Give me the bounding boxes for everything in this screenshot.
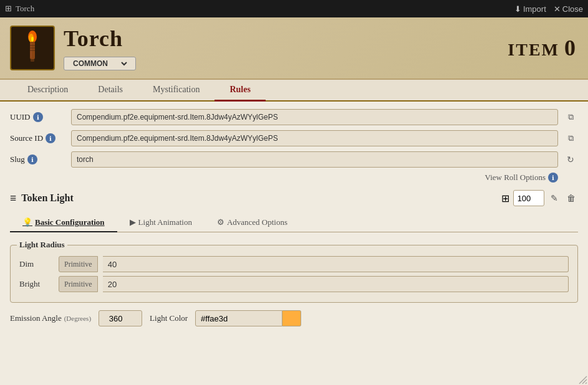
view-roll-options-link[interactable]: View Roll Options: [485, 173, 546, 183]
sub-tab-bar: 💡 Basic Configuration ▶ Light Animation …: [10, 214, 578, 232]
edit-icon: ✎: [551, 193, 558, 203]
item-sheet: Torch COMMONUNCOMMONRAREUNIQUE Item 0 De…: [0, 17, 588, 385]
light-color-label: Light Color: [150, 313, 188, 323]
bright-row: Bright Primitive: [19, 276, 569, 292]
titlebar-actions: ⬇ Import ✕ Close: [514, 4, 583, 14]
titlebar-title: Torch: [16, 4, 34, 14]
item-level: 0: [564, 35, 576, 61]
token-light-edit-button[interactable]: ✎: [548, 192, 561, 204]
hamburger-icon: ≡: [10, 192, 16, 205]
svg-point-2: [31, 37, 34, 42]
svg-line-11: [586, 383, 587, 384]
token-light-title: ≡ Token Light: [10, 192, 74, 205]
slug-input[interactable]: [71, 151, 558, 168]
dim-primitive-badge: Primitive: [59, 256, 98, 272]
uuid-copy-button[interactable]: ⧉: [563, 110, 578, 125]
source-id-copy-button[interactable]: ⧉: [563, 131, 578, 146]
titlebar-left: ⊞ Torch: [5, 4, 34, 14]
uuid-row: UUID ℹ ⧉: [10, 109, 578, 125]
item-name: Torch: [64, 26, 578, 52]
close-button[interactable]: ✕ Close: [554, 4, 583, 14]
resize-icon: [578, 375, 588, 385]
source-id-input[interactable]: [71, 130, 558, 146]
light-color-hex-input[interactable]: [195, 310, 282, 326]
tab-bar: Description Details Mystification Rules: [0, 80, 588, 102]
uuid-input[interactable]: [71, 109, 558, 125]
tab-rules[interactable]: Rules: [214, 80, 265, 102]
bright-primitive-badge: Primitive: [59, 276, 98, 292]
item-title-area: Torch COMMONUNCOMMONRAREUNIQUE: [64, 26, 578, 70]
token-light-section-header: ≡ Token Light ⊞ ✎ 🗑: [10, 190, 578, 209]
item-header: Torch COMMONUNCOMMONRAREUNIQUE Item 0: [0, 17, 588, 80]
resize-handle[interactable]: [578, 375, 588, 385]
rarity-select[interactable]: COMMONUNCOMMONRAREUNIQUE: [70, 59, 129, 69]
import-icon: ⬇: [514, 4, 521, 14]
item-level-area: Item 0: [508, 35, 576, 61]
tab-content: UUID ℹ ⧉ Source ID ℹ ⧉: [0, 102, 588, 385]
bright-value-input[interactable]: [103, 276, 569, 292]
light-color-swatch[interactable]: [282, 310, 301, 326]
token-light-actions: ⊞ ✎ 🗑: [501, 190, 578, 206]
svg-rect-8: [31, 59, 34, 62]
light-radius-legend: Light Radius: [17, 240, 67, 250]
token-light-count[interactable]: [513, 190, 544, 206]
emission-color-row: Emission Angle (Degrees) Light Color: [10, 310, 578, 326]
emission-angle-label: Emission Angle (Degrees): [10, 313, 91, 323]
titlebar: ⊞ Torch ⬇ Import ✕ Close: [0, 0, 588, 17]
source-id-row: Source ID ℹ ⧉: [10, 130, 578, 146]
bright-label: Bright: [19, 279, 54, 289]
tab-mystification[interactable]: Mystification: [138, 80, 214, 102]
list-icon: ⊞: [501, 192, 509, 204]
tab-description[interactable]: Description: [12, 80, 83, 102]
uuid-label: UUID ℹ: [10, 112, 66, 122]
item-image[interactable]: [10, 26, 55, 70]
source-id-info-icon[interactable]: ℹ: [46, 133, 55, 143]
copy-icon: ⧉: [568, 112, 574, 122]
dim-row: Dim Primitive: [19, 256, 569, 272]
app-icon: ⊞: [5, 4, 12, 14]
slug-row: Slug ℹ ↻: [10, 151, 578, 168]
slug-refresh-button[interactable]: ↻: [563, 152, 578, 167]
source-id-label: Source ID ℹ: [10, 133, 66, 143]
sub-tab-basic[interactable]: 💡 Basic Configuration: [10, 214, 117, 232]
play-icon: ▶: [130, 217, 136, 227]
rarity-selector[interactable]: COMMONUNCOMMONRAREUNIQUE: [64, 57, 136, 70]
copy-icon-2: ⧉: [568, 133, 574, 143]
dim-label: Dim: [19, 259, 54, 269]
slug-info-icon[interactable]: ℹ: [27, 154, 37, 164]
emission-angle-input[interactable]: [99, 310, 142, 326]
refresh-icon: ↻: [567, 154, 574, 164]
sub-tab-advanced[interactable]: ⚙ Advanced Options: [205, 214, 300, 232]
view-roll-options-row: View Roll Options ℹ: [10, 173, 578, 183]
token-light-delete-button[interactable]: 🗑: [564, 192, 578, 204]
light-radius-fieldset: Light Radius Dim Primitive Bright Primit…: [10, 240, 578, 303]
tab-details[interactable]: Details: [83, 80, 138, 102]
slug-label: Slug ℹ: [10, 154, 66, 164]
trash-icon: 🗑: [567, 193, 576, 203]
gear-icon: ⚙: [217, 217, 224, 227]
close-icon: ✕: [554, 4, 561, 14]
item-type: Item: [508, 40, 559, 60]
dim-value-input[interactable]: [103, 256, 569, 272]
bulb-icon: 💡: [22, 217, 32, 227]
uuid-info-icon[interactable]: ℹ: [33, 112, 43, 122]
color-picker-group: [195, 310, 301, 326]
torch-icon: [14, 29, 51, 67]
roll-options-info-icon[interactable]: ℹ: [548, 173, 558, 183]
import-button[interactable]: ⬇ Import: [514, 4, 546, 14]
sub-tab-animation[interactable]: ▶ Light Animation: [117, 214, 205, 232]
